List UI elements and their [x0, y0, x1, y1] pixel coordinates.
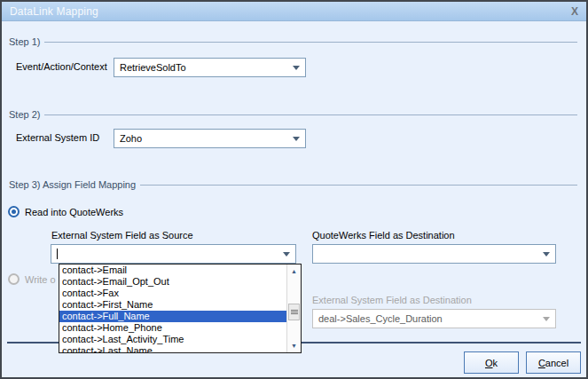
destination-field-label: QuoteWerks Field as Destination [312, 230, 455, 241]
external-system-id-combo[interactable]: Zoho [114, 129, 306, 148]
dropdown-arrow-icon [538, 311, 554, 327]
write-out-radio [8, 273, 20, 285]
step3-heading: Step 3) Assign Field Mapping [9, 178, 577, 190]
step1-rule [44, 42, 577, 43]
write-destination-label: External System Field as Destination [312, 295, 472, 305]
read-into-quotewerks-label: Read into QuoteWerks [25, 207, 123, 217]
write-out-label: Write o [25, 274, 56, 285]
window-title: DataLink Mapping [10, 5, 98, 18]
scrollbar[interactable]: ▲ ▼ [286, 265, 301, 352]
ok-button-accel: O [485, 358, 493, 368]
step2-heading: Step 2) [9, 108, 577, 120]
read-into-quotewerks-radio[interactable] [8, 206, 20, 217]
list-item[interactable]: contact->Last_Activity_Time [59, 334, 286, 345]
source-field-dropdown-list: contact->Email contact->Email_Opt_Out co… [59, 264, 302, 353]
list-item[interactable]: contact->Fax [59, 288, 286, 299]
step1-heading: Step 1) [9, 36, 577, 47]
dialog-body: Step 1) Event/Action/Context RetrieveSol… [2, 22, 586, 377]
cancel-button[interactable]: Cancel [526, 351, 581, 374]
external-system-id-label: External System ID [16, 132, 99, 143]
step2-rule [44, 114, 577, 115]
grip-icon [291, 310, 298, 314]
dropdown-arrow-icon[interactable] [278, 246, 294, 262]
dropdown-items: contact->Email contact->Email_Opt_Out co… [59, 265, 286, 352]
write-out-radio-row: Write o [8, 273, 56, 285]
source-field-label: External System Field as Source [51, 230, 193, 241]
radio-dot-icon [12, 209, 16, 214]
scroll-down-icon[interactable]: ▼ [287, 339, 301, 352]
step3-heading-label: Step 3) Assign Field Mapping [9, 179, 136, 190]
close-icon[interactable]: X [571, 6, 578, 17]
write-destination-combo: deal->Sales_Cycle_Duration [312, 309, 556, 328]
dropdown-arrow-icon[interactable] [288, 130, 304, 146]
list-item[interactable]: contact->Email [59, 265, 286, 276]
dropdown-arrow-icon[interactable] [538, 246, 554, 262]
list-item[interactable]: contact->Home_Phone [59, 322, 286, 334]
datalink-mapping-dialog: DataLink Mapping X Step 1) Event/Action/… [0, 0, 588, 379]
step1-heading-label: Step 1) [9, 36, 40, 47]
step3-rule [140, 185, 577, 186]
list-item[interactable]: contact->First_Name [59, 299, 286, 311]
read-into-quotewerks-radio-row: Read into QuoteWerks [8, 206, 123, 217]
list-item[interactable]: contact->Email_Opt_Out [59, 276, 286, 288]
scrollbar-thumb[interactable] [288, 304, 300, 320]
source-field-combo[interactable] [51, 244, 296, 264]
event-action-context-label: Event/Action/Context [16, 61, 107, 72]
ok-button[interactable]: Ok [464, 351, 519, 374]
dropdown-arrow-icon[interactable] [288, 59, 304, 75]
list-item-selected[interactable]: contact->Full_Name [59, 311, 286, 322]
text-caret [57, 249, 58, 259]
scroll-up-icon[interactable]: ▲ [287, 265, 301, 278]
cancel-button-rest: ancel [545, 358, 568, 368]
ok-button-rest: k [493, 358, 498, 368]
list-item[interactable]: contact->Last_Name [59, 345, 286, 352]
write-destination-value: deal->Sales_Cycle_Duration [318, 313, 443, 324]
event-action-context-value: RetrieveSoldTo [120, 62, 186, 73]
external-system-id-value: Zoho [120, 133, 142, 144]
destination-field-combo[interactable] [312, 244, 556, 264]
step2-heading-label: Step 2) [9, 109, 40, 120]
cancel-button-accel: C [538, 358, 545, 368]
event-action-context-combo[interactable]: RetrieveSoldTo [114, 58, 306, 77]
titlebar[interactable]: DataLink Mapping X [2, 2, 586, 21]
